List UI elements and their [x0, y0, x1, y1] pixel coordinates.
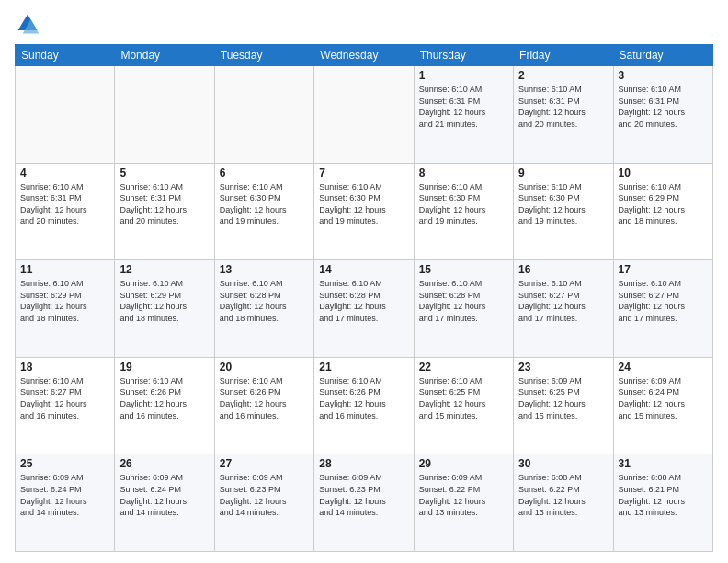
day-number: 24 [619, 361, 708, 373]
day-info: Sunrise: 6:10 AM Sunset: 6:28 PM Dayligh… [419, 278, 508, 324]
day-number: 31 [619, 457, 708, 470]
day-number: 15 [419, 263, 508, 276]
day-info: Sunrise: 6:10 AM Sunset: 6:31 PM Dayligh… [20, 181, 109, 227]
day-info: Sunrise: 6:10 AM Sunset: 6:30 PM Dayligh… [419, 181, 508, 227]
day-info: Sunrise: 6:08 AM Sunset: 6:22 PM Dayligh… [518, 472, 608, 518]
day-info: Sunrise: 6:10 AM Sunset: 6:29 PM Dayligh… [20, 278, 109, 324]
calendar-cell: 13Sunrise: 6:10 AM Sunset: 6:28 PM Dayli… [214, 260, 313, 358]
calendar-cell: 25Sunrise: 6:09 AM Sunset: 6:24 PM Dayli… [16, 454, 115, 552]
day-number: 2 [518, 69, 608, 82]
day-info: Sunrise: 6:10 AM Sunset: 6:30 PM Dayligh… [319, 181, 408, 227]
day-info: Sunrise: 6:09 AM Sunset: 6:24 PM Dayligh… [20, 472, 109, 518]
calendar-cell: 23Sunrise: 6:09 AM Sunset: 6:25 PM Dayli… [514, 357, 613, 454]
day-info: Sunrise: 6:08 AM Sunset: 6:21 PM Dayligh… [619, 472, 708, 518]
calendar-cell: 30Sunrise: 6:08 AM Sunset: 6:22 PM Dayli… [514, 454, 613, 552]
day-number: 14 [319, 263, 408, 276]
calendar-cell: 17Sunrise: 6:10 AM Sunset: 6:27 PM Dayli… [613, 260, 712, 358]
day-info: Sunrise: 6:10 AM Sunset: 6:26 PM Dayligh… [220, 375, 309, 421]
calendar-cell: 12Sunrise: 6:10 AM Sunset: 6:29 PM Dayli… [115, 260, 214, 358]
day-header-friday: Friday [514, 45, 613, 66]
calendar-table: SundayMondayTuesdayWednesdayThursdayFrid… [15, 44, 713, 552]
day-header-monday: Monday [115, 45, 214, 66]
calendar-cell [314, 66, 414, 164]
day-info: Sunrise: 6:10 AM Sunset: 6:28 PM Dayligh… [220, 278, 309, 324]
day-info: Sunrise: 6:10 AM Sunset: 6:29 PM Dayligh… [619, 181, 708, 227]
day-number: 9 [518, 167, 608, 179]
calendar-cell: 2Sunrise: 6:10 AM Sunset: 6:31 PM Daylig… [514, 66, 613, 164]
day-number: 10 [619, 167, 708, 179]
day-header-sunday: Sunday [16, 45, 115, 66]
day-number: 16 [518, 263, 608, 276]
calendar-cell: 18Sunrise: 6:10 AM Sunset: 6:27 PM Dayli… [16, 357, 115, 454]
calendar-cell: 3Sunrise: 6:10 AM Sunset: 6:31 PM Daylig… [613, 66, 712, 164]
day-header-saturday: Saturday [613, 45, 712, 66]
day-info: Sunrise: 6:09 AM Sunset: 6:24 PM Dayligh… [619, 375, 708, 421]
day-header-tuesday: Tuesday [214, 45, 313, 66]
day-info: Sunrise: 6:10 AM Sunset: 6:29 PM Dayligh… [119, 278, 209, 324]
calendar-cell: 5Sunrise: 6:10 AM Sunset: 6:31 PM Daylig… [115, 163, 214, 260]
day-number: 22 [419, 361, 508, 373]
day-number: 7 [319, 167, 408, 179]
calendar-cell: 20Sunrise: 6:10 AM Sunset: 6:26 PM Dayli… [214, 357, 313, 454]
calendar-cell: 15Sunrise: 6:10 AM Sunset: 6:28 PM Dayli… [414, 260, 513, 358]
day-info: Sunrise: 6:09 AM Sunset: 6:23 PM Dayligh… [220, 472, 309, 518]
day-info: Sunrise: 6:10 AM Sunset: 6:31 PM Dayligh… [518, 84, 608, 130]
day-info: Sunrise: 6:10 AM Sunset: 6:26 PM Dayligh… [119, 375, 209, 421]
calendar-cell: 19Sunrise: 6:10 AM Sunset: 6:26 PM Dayli… [115, 357, 214, 454]
calendar-cell: 24Sunrise: 6:09 AM Sunset: 6:24 PM Dayli… [613, 357, 712, 454]
calendar-cell: 9Sunrise: 6:10 AM Sunset: 6:30 PM Daylig… [514, 163, 613, 260]
calendar-cell: 8Sunrise: 6:10 AM Sunset: 6:30 PM Daylig… [414, 163, 513, 260]
day-info: Sunrise: 6:10 AM Sunset: 6:26 PM Dayligh… [319, 375, 408, 421]
calendar-cell: 29Sunrise: 6:09 AM Sunset: 6:22 PM Dayli… [414, 454, 513, 552]
day-info: Sunrise: 6:09 AM Sunset: 6:25 PM Dayligh… [518, 375, 608, 421]
calendar-header-row: SundayMondayTuesdayWednesdayThursdayFrid… [16, 45, 713, 66]
day-number: 28 [319, 457, 408, 470]
calendar-cell: 4Sunrise: 6:10 AM Sunset: 6:31 PM Daylig… [16, 163, 115, 260]
day-number: 13 [220, 263, 309, 276]
day-number: 8 [419, 167, 508, 179]
calendar-cell: 26Sunrise: 6:09 AM Sunset: 6:24 PM Dayli… [115, 454, 214, 552]
day-number: 1 [419, 69, 508, 82]
week-row-3: 11Sunrise: 6:10 AM Sunset: 6:29 PM Dayli… [16, 260, 713, 358]
day-number: 12 [119, 263, 209, 276]
day-number: 29 [419, 457, 508, 470]
day-header-wednesday: Wednesday [314, 45, 414, 66]
day-number: 26 [119, 457, 209, 470]
day-info: Sunrise: 6:10 AM Sunset: 6:31 PM Dayligh… [419, 84, 508, 130]
day-number: 5 [119, 167, 209, 179]
calendar-cell: 1Sunrise: 6:10 AM Sunset: 6:31 PM Daylig… [414, 66, 513, 164]
day-number: 18 [20, 361, 109, 373]
day-info: Sunrise: 6:09 AM Sunset: 6:23 PM Dayligh… [319, 472, 408, 518]
calendar-cell [16, 66, 115, 164]
page: SundayMondayTuesdayWednesdayThursdayFrid… [0, 0, 728, 563]
day-number: 11 [20, 263, 109, 276]
calendar-cell [115, 66, 214, 164]
header [15, 11, 713, 37]
week-row-5: 25Sunrise: 6:09 AM Sunset: 6:24 PM Dayli… [16, 454, 713, 552]
day-number: 30 [518, 457, 608, 470]
day-info: Sunrise: 6:09 AM Sunset: 6:24 PM Dayligh… [119, 472, 209, 518]
calendar-cell: 10Sunrise: 6:10 AM Sunset: 6:29 PM Dayli… [613, 163, 712, 260]
calendar-cell: 27Sunrise: 6:09 AM Sunset: 6:23 PM Dayli… [214, 454, 313, 552]
day-number: 25 [20, 457, 109, 470]
day-number: 6 [220, 167, 309, 179]
calendar-cell: 7Sunrise: 6:10 AM Sunset: 6:30 PM Daylig… [314, 163, 414, 260]
day-info: Sunrise: 6:10 AM Sunset: 6:31 PM Dayligh… [619, 84, 708, 130]
day-info: Sunrise: 6:10 AM Sunset: 6:25 PM Dayligh… [419, 375, 508, 421]
logo-icon [15, 11, 40, 37]
week-row-4: 18Sunrise: 6:10 AM Sunset: 6:27 PM Dayli… [16, 357, 713, 454]
calendar-cell: 11Sunrise: 6:10 AM Sunset: 6:29 PM Dayli… [16, 260, 115, 358]
day-info: Sunrise: 6:09 AM Sunset: 6:22 PM Dayligh… [419, 472, 508, 518]
day-info: Sunrise: 6:10 AM Sunset: 6:30 PM Dayligh… [220, 181, 309, 227]
day-info: Sunrise: 6:10 AM Sunset: 6:27 PM Dayligh… [619, 278, 708, 324]
calendar-cell: 21Sunrise: 6:10 AM Sunset: 6:26 PM Dayli… [314, 357, 414, 454]
day-number: 17 [619, 263, 708, 276]
day-number: 20 [220, 361, 309, 373]
day-number: 27 [220, 457, 309, 470]
day-info: Sunrise: 6:10 AM Sunset: 6:31 PM Dayligh… [119, 181, 209, 227]
day-number: 23 [518, 361, 608, 373]
calendar-cell: 31Sunrise: 6:08 AM Sunset: 6:21 PM Dayli… [613, 454, 712, 552]
calendar-cell: 6Sunrise: 6:10 AM Sunset: 6:30 PM Daylig… [214, 163, 313, 260]
day-info: Sunrise: 6:10 AM Sunset: 6:27 PM Dayligh… [20, 375, 109, 421]
day-number: 19 [119, 361, 209, 373]
